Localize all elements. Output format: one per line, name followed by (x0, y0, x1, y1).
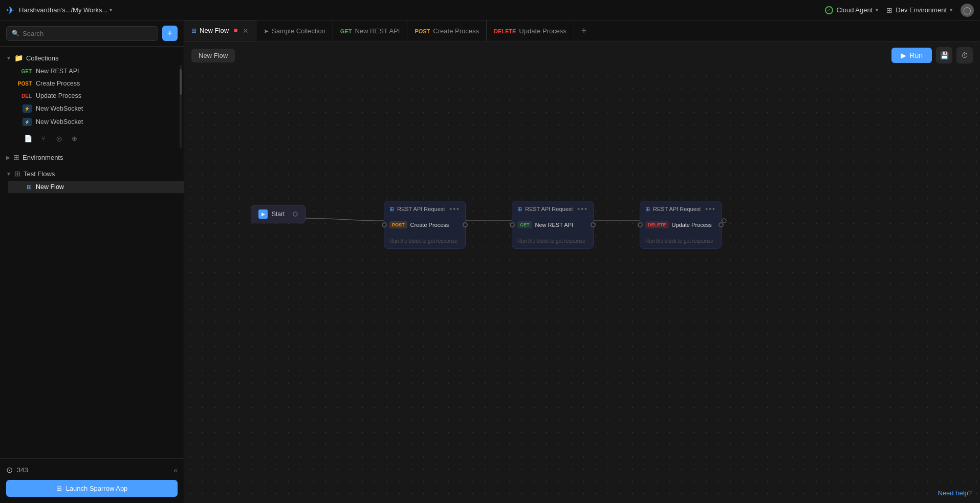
need-help-link[interactable]: Need help? (938, 489, 972, 497)
node-method-badge: DELETE (645, 221, 669, 228)
node-menu-button[interactable]: ••• (705, 205, 716, 213)
collections-header[interactable]: ▼ 📁 Collections (0, 51, 184, 65)
workspace-selector[interactable]: Harshvardhan's.../My Works... ▾ (19, 6, 112, 14)
tab-label: Sample Collection (272, 27, 325, 35)
agent-status-icon (825, 6, 833, 14)
test-flow-item-new-flow[interactable]: ⊞ New Flow (8, 181, 184, 193)
node-footer-text: Run the block to get response (517, 238, 585, 244)
tab-unsaved-dot (234, 29, 237, 32)
tab-update-process[interactable]: DELETE Update Process (487, 20, 574, 41)
collection-item-ws-2[interactable]: ⚡ New WebSocket (8, 115, 184, 129)
add-icon: + (167, 28, 173, 39)
item-name: New Flow (36, 183, 64, 191)
flow-node-icon: ⊞ (27, 183, 32, 191)
method-get-badge: GET (14, 69, 32, 74)
node-icon: ⊞ (517, 206, 522, 213)
topbar: ✈ Harshvardhan's.../My Works... ▾ Cloud … (0, 0, 980, 20)
agent-chevron-icon: ▾ (876, 7, 878, 13)
branch-icon[interactable]: ⑂ (38, 133, 49, 144)
node-body: DELETE Update Process (640, 217, 721, 235)
tab-delete-badge: DELETE (494, 28, 516, 34)
node-title: ⊞ REST API Request (389, 206, 445, 213)
item-name: New REST API (36, 68, 79, 75)
node-header: ⊞ REST API Request ••• (384, 201, 465, 217)
item-name: Create Process (36, 80, 80, 87)
tab-add-button[interactable]: + (574, 20, 594, 41)
sidebar-content: ▼ 📁 Collections GET New REST API POST (0, 47, 184, 458)
tab-label: Update Process (519, 27, 567, 35)
node-footer-text: Run the block to get response (645, 238, 713, 244)
cloud-agent-selector[interactable]: Cloud Agent ▾ (825, 6, 878, 14)
agent-label: Cloud Agent (836, 6, 873, 14)
node-icon: ⊞ (645, 206, 650, 213)
api-node-create-process[interactable]: ⊞ REST API Request ••• POST Create Proce… (384, 201, 466, 249)
tab-flow-icon: ⊞ (191, 27, 197, 34)
collections-items: GET New REST API POST Create Process DEL… (0, 65, 184, 148)
history-icon-button[interactable]: ⏱ (956, 47, 973, 64)
start-label: Start (272, 211, 285, 218)
node-header: ⊞ REST API Request ••• (640, 201, 721, 217)
item-name: Update Process (36, 92, 81, 99)
tab-new-flow[interactable]: ⊞ New Flow ✕ (184, 20, 256, 41)
collection-item-ws-1[interactable]: ⚡ New WebSocket (8, 102, 184, 115)
test-flows-items: ⊞ New Flow (0, 181, 184, 193)
sidebar-bottom: ⊙ 343 « ⊞ Launch Sparrow App (0, 458, 184, 503)
start-node[interactable]: ▶ Start (251, 205, 306, 223)
tab-post-badge: POST (415, 28, 430, 34)
save-icon-button[interactable]: 💾 (936, 47, 952, 64)
test-flows-header[interactable]: ▼ ⊞ Test Flows (0, 166, 184, 181)
tab-sample-collection[interactable]: ➤ Sample Collection (256, 20, 333, 41)
test-flows-caret-icon: ▼ (6, 171, 11, 177)
avatar-icon: ◯ (963, 6, 971, 14)
environments-header[interactable]: ▶ ⊞ Environments (0, 150, 184, 164)
env-label: Dev Environment (896, 6, 947, 14)
node-method-row: POST Create Process (389, 221, 460, 228)
node-input-dot (510, 222, 515, 227)
add-button[interactable]: + (162, 26, 178, 41)
api-node-update-process[interactable]: ⊞ REST API Request ••• DELETE Update Pro… (640, 201, 722, 249)
node-input-dot (638, 222, 643, 227)
collections-folder-icon: 📁 (14, 54, 23, 62)
circle-icon[interactable]: ◎ (53, 133, 64, 144)
node-endpoint: Update Process (672, 222, 712, 228)
collapse-sidebar-button[interactable]: « (173, 466, 178, 474)
collection-item-get-rest-api[interactable]: GET New REST API (8, 65, 184, 77)
environments-caret-icon: ▶ (6, 155, 10, 160)
collection-item-post-create-process[interactable]: POST Create Process (8, 77, 184, 90)
flow-canvas[interactable]: ▶ Start ⊞ REST API Request ••• (184, 70, 980, 503)
add-file-icon[interactable]: 📄 (23, 133, 34, 144)
node-menu-button[interactable]: ••• (449, 205, 460, 213)
tab-new-rest-api[interactable]: GET New REST API (333, 20, 408, 41)
collection-item-del-update-process[interactable]: DEL Update Process (8, 90, 184, 102)
collections-caret-icon: ▼ (6, 55, 11, 61)
search-input[interactable] (23, 30, 153, 37)
launch-sparrow-button[interactable]: ⊞ Launch Sparrow App (6, 480, 178, 497)
run-label: Run (909, 51, 923, 59)
run-button[interactable]: ▶ Run (891, 48, 932, 63)
method-post-badge: POST (14, 81, 32, 87)
node-menu-button[interactable]: ••• (577, 205, 588, 213)
node-body: GET New REST API (512, 217, 593, 235)
tabbar: ⊞ New Flow ✕ ➤ Sample Collection GET New… (184, 20, 980, 42)
user-avatar[interactable]: ◯ (961, 4, 974, 17)
test-flows-label: Test Flows (24, 170, 55, 178)
websocket-icon-1: ⚡ (23, 104, 32, 113)
tab-label: New REST API (355, 27, 400, 35)
tab-get-badge: GET (340, 28, 352, 34)
tab-create-process[interactable]: POST Create Process (407, 20, 487, 41)
node-title-label: REST API Request (397, 206, 445, 212)
launch-label: Launch Sparrow App (66, 485, 128, 492)
search-icon: 🔍 (12, 30, 19, 37)
connections-svg (184, 70, 980, 503)
environments-label: Environments (23, 154, 63, 161)
tab-label: New Flow (200, 27, 229, 34)
node-title-label: REST API Request (525, 206, 573, 212)
item-name: New WebSocket (36, 118, 83, 125)
link-icon[interactable]: ⊕ (69, 133, 80, 144)
start-output-dot (293, 212, 298, 217)
api-node-new-rest-api[interactable]: ⊞ REST API Request ••• GET New REST API … (512, 201, 594, 249)
environment-selector[interactable]: ⊞ Dev Environment ▾ (886, 6, 952, 14)
workspace-label: Harshvardhan's.../My Works... (19, 6, 107, 14)
websocket-icon-2: ⚡ (23, 118, 32, 126)
tab-close-button[interactable]: ✕ (243, 27, 249, 35)
